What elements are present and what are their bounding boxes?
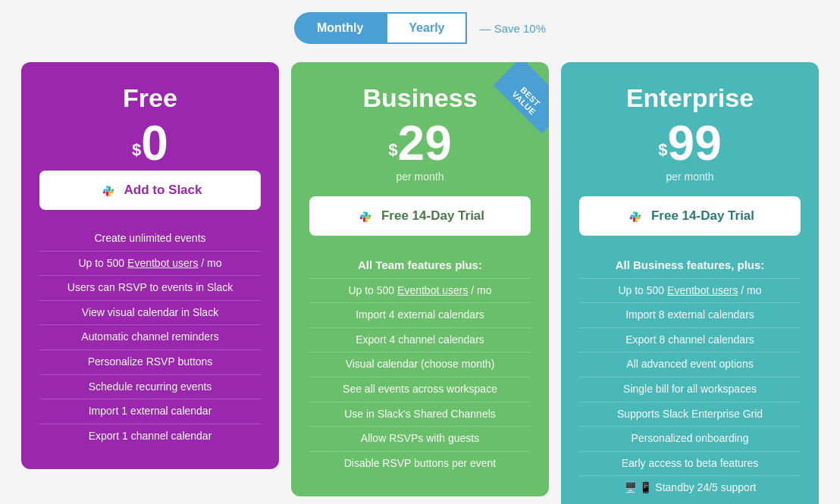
list-item: All Team features plus:: [309, 252, 531, 279]
enterprise-price-container: $99: [579, 119, 801, 167]
list-item: Use in Slack's Shared Channels: [309, 402, 531, 427]
business-plan-card: BESTVALUE Business $29 per month Free 14…: [291, 62, 549, 496]
list-item: Up to 500 Eventbot users / mo: [309, 279, 531, 304]
list-item: Export 8 channel calendars: [579, 328, 801, 353]
list-item: Single bill for all workspaces: [579, 377, 801, 402]
free-cta-button[interactable]: Add to Slack: [39, 171, 261, 210]
list-item: Up to 500 Eventbot users / mo: [39, 252, 261, 277]
list-item: Personalize RSVP buttons: [39, 350, 261, 375]
business-price-container: $29: [309, 119, 531, 167]
list-item: Allow RSVPs with guests: [309, 427, 531, 452]
list-item: Schedule recurring events: [39, 375, 261, 400]
list-item: Create unlimited events: [39, 227, 261, 252]
list-item: Export 4 channel calendars: [309, 328, 531, 353]
slack-icon-business: [356, 207, 374, 225]
list-item: Disable RSVP buttons per event: [309, 452, 531, 476]
pricing-cards: Free $0 Add to Slack Create unlimited: [12, 62, 828, 504]
eventbot-users-link-free[interactable]: Eventbot users: [127, 257, 198, 269]
list-item: All Business features, plus:: [579, 252, 801, 279]
business-currency: $: [388, 140, 397, 159]
billing-toggle: Monthly Yearly — Save 10%: [12, 12, 828, 44]
enterprise-cta-button[interactable]: Free 14-Day Trial: [579, 196, 801, 236]
enterprise-plan-card: Enterprise $99 per month Free 14-Day Tri…: [561, 62, 819, 504]
list-item: Automatic channel reminders: [39, 325, 261, 350]
list-item: Import 4 external calendars: [309, 303, 531, 328]
slack-icon-free: [99, 181, 117, 199]
free-plan-card: Free $0 Add to Slack Create unlimited: [21, 62, 279, 469]
business-price-period: per month: [309, 171, 531, 183]
slack-icon-enterprise: [625, 207, 644, 225]
free-plan-title: Free: [39, 83, 261, 113]
list-item: 🖥️ 📱 Standby 24/5 support: [579, 476, 801, 500]
list-item: View visual calendar in Slack: [39, 301, 261, 326]
free-price-container: $0: [39, 119, 261, 167]
list-item: See all events across workspace: [309, 377, 531, 402]
business-price-amount: 29: [398, 116, 452, 171]
monthly-toggle-btn[interactable]: Monthly: [294, 12, 386, 44]
enterprise-plan-title: Enterprise: [579, 83, 801, 113]
list-item: Supports Slack Enterprise Grid: [579, 402, 801, 427]
list-item: Up to 500 Eventbot users / mo: [579, 279, 801, 304]
enterprise-cta-label: Free 14-Day Trial: [651, 208, 754, 224]
yearly-toggle-btn[interactable]: Yearly: [386, 12, 467, 44]
save-label: — Save 10%: [479, 22, 546, 35]
enterprise-price-period: per month: [579, 171, 801, 183]
enterprise-price-amount: 99: [668, 116, 722, 171]
list-item: Personalized onboarding: [579, 427, 801, 452]
list-item: Early access to beta features: [579, 452, 801, 477]
eventbot-users-link-business[interactable]: Eventbot users: [397, 284, 468, 296]
list-item: All advanced event options: [579, 352, 801, 377]
list-item: Users can RSVP to events in Slack: [39, 276, 261, 301]
free-price-amount: 0: [141, 116, 168, 171]
free-currency: $: [132, 140, 141, 159]
enterprise-features-list: All Business features, plus: Up to 500 E…: [579, 252, 801, 500]
list-item: Visual calendar (choose month): [309, 352, 531, 377]
business-cta-button[interactable]: Free 14-Day Trial: [309, 196, 531, 236]
business-features-list: All Team features plus: Up to 500 Eventb…: [309, 252, 531, 475]
list-item: Import 1 external calendar: [39, 399, 261, 424]
free-features-list: Create unlimited events Up to 500 Eventb…: [39, 227, 261, 448]
free-cta-label: Add to Slack: [124, 183, 202, 198]
eventbot-users-link-enterprise[interactable]: Eventbot users: [667, 284, 738, 296]
business-cta-label: Free 14-Day Trial: [381, 208, 484, 224]
list-item: Export 1 channel calendar: [39, 424, 261, 449]
enterprise-currency: $: [658, 140, 667, 159]
list-item: Import 8 external calendars: [579, 303, 801, 328]
